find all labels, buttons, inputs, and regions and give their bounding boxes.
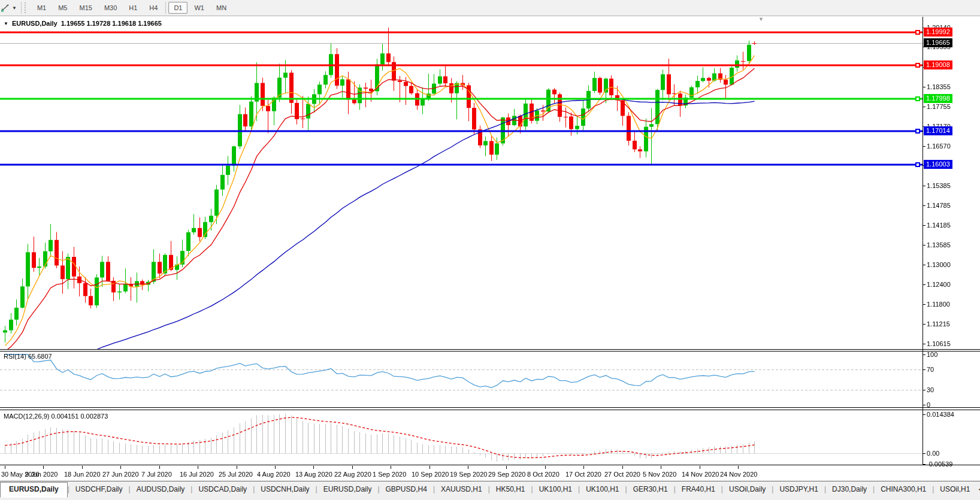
date-tick-label: 1 Sep 2020 bbox=[373, 471, 406, 478]
date-tick-label: 4 Aug 2020 bbox=[257, 471, 291, 478]
price-line-badge: 1.17014 bbox=[924, 126, 952, 135]
price-tick-label: 1.13000 bbox=[927, 261, 951, 268]
toolbar-drag-handle[interactable] bbox=[25, 2, 28, 13]
date-tick-label: 17 Oct 2020 bbox=[565, 471, 601, 478]
timeframe-button-h1[interactable]: H1 bbox=[123, 2, 143, 14]
macd-tick-label: -0.00539 bbox=[927, 460, 952, 468]
rsi-tick-label: 100 bbox=[927, 351, 937, 358]
chart-tab-9[interactable]: UK100,H1 bbox=[533, 483, 578, 496]
chart-shift-marker-icon[interactable]: ▼ bbox=[758, 16, 764, 22]
date-tick-label: 16 Jul 2020 bbox=[180, 471, 214, 478]
chart-canvas[interactable] bbox=[0, 0, 980, 500]
timeframe-button-m1[interactable]: M1 bbox=[32, 2, 52, 14]
dropdown-caret-icon: ▼ bbox=[12, 5, 17, 11]
rsi-tick-label: 30 bbox=[927, 386, 934, 393]
timeframe-button-m15[interactable]: M15 bbox=[74, 2, 97, 14]
price-line-badge: 1.19992 bbox=[924, 28, 952, 37]
date-tick-label: 27 Jun 2020 bbox=[102, 471, 139, 478]
chart-tab-15[interactable]: DJ30,Daily bbox=[826, 483, 873, 496]
date-tick-label: 9 Jun 2020 bbox=[25, 471, 58, 478]
chart-tab-8[interactable]: HK50,H1 bbox=[490, 483, 531, 496]
chart-tab-13[interactable]: USOil,Daily bbox=[723, 483, 772, 496]
date-tick-label: 7 Jul 2020 bbox=[141, 471, 172, 478]
toolbar-separator bbox=[165, 2, 166, 14]
price-tick-label: 1.11800 bbox=[927, 301, 950, 308]
price-tick-label: 1.16570 bbox=[927, 143, 951, 150]
price-tick-label: 1.10615 bbox=[927, 340, 951, 347]
timeframe-button-w1[interactable]: W1 bbox=[189, 2, 210, 14]
line-tool-icon bbox=[1, 3, 10, 13]
timeframe-button-mn[interactable]: MN bbox=[211, 2, 232, 14]
price-line-badge: 1.16003 bbox=[924, 160, 952, 169]
chart-tab-3[interactable]: USDCAD,Daily bbox=[192, 483, 253, 496]
date-tick-label: 19 Sep 2020 bbox=[450, 471, 487, 478]
date-tick-label: 22 Aug 2020 bbox=[334, 471, 371, 478]
price-tick-label: 1.11215 bbox=[927, 320, 950, 328]
timeframe-button-h4[interactable]: H4 bbox=[144, 2, 163, 14]
line-tool-button[interactable]: ▼ bbox=[0, 0, 19, 16]
macd-label: MACD(12,26,9) 0.004151 0.002873 bbox=[4, 413, 108, 420]
price-tick-label: 1.13585 bbox=[927, 241, 951, 249]
toolbar-separator bbox=[21, 2, 22, 14]
chart-tab-6[interactable]: GBPUSD,H4 bbox=[380, 483, 433, 496]
date-tick-label: 14 Nov 2020 bbox=[682, 471, 719, 478]
rsi-tick-label: 70 bbox=[927, 366, 934, 373]
chart-header: ▼ EURUSD,Daily 1.19655 1.19728 1.19618 1… bbox=[4, 20, 162, 27]
date-tick-label: 13 Aug 2020 bbox=[295, 471, 332, 478]
chart-tab-5[interactable]: EURUSD,Daily bbox=[317, 483, 378, 496]
chart-ohlc-values: 1.19655 1.19728 1.19618 1.19665 bbox=[61, 20, 162, 27]
chart-tab-16[interactable]: CHINA300,H1 bbox=[875, 483, 932, 496]
chart-tab-11[interactable]: GER30,H1 bbox=[627, 483, 674, 496]
date-tick-label: 25 Jul 2020 bbox=[219, 471, 253, 478]
collapse-triangle-icon[interactable]: ▼ bbox=[4, 21, 8, 26]
mt4-window: { "window": {"width": 1636, "height": 83… bbox=[0, 0, 980, 500]
date-tick-label: 10 Sep 2020 bbox=[412, 471, 449, 478]
price-line-badge: 1.17998 bbox=[924, 94, 952, 103]
chart-tab-2[interactable]: AUDUSD,Daily bbox=[131, 483, 191, 496]
chart-tab-1[interactable]: USDCHF,Daily bbox=[69, 483, 129, 496]
price-tick-label: 1.17755 bbox=[927, 103, 951, 110]
chart-tab-4[interactable]: USDCNH,Daily bbox=[255, 483, 315, 496]
date-tick-label: 18 Jun 2020 bbox=[64, 471, 101, 478]
chart-tab-10[interactable]: UK100,H1 bbox=[580, 483, 625, 496]
price-tick-label: 1.14185 bbox=[927, 222, 951, 229]
price-tick-label: 1.15385 bbox=[927, 182, 951, 189]
date-tick-label: 27 Oct 2020 bbox=[604, 471, 640, 478]
macd-tick-label: 0.00 bbox=[927, 450, 939, 457]
rsi-tick-label: 0 bbox=[927, 401, 930, 408]
chart-tab-17[interactable]: USOil,H1 bbox=[934, 483, 976, 496]
date-tick-label: 8 Oct 2020 bbox=[527, 471, 559, 478]
price-tick-label: 1.14785 bbox=[927, 202, 951, 209]
macd-tick-label: 0.014384 bbox=[927, 411, 954, 418]
chart-tab-14[interactable]: USDJPY,H1 bbox=[773, 483, 824, 496]
chart-tab-12[interactable]: FRA40,H1 bbox=[676, 483, 721, 496]
timeframe-button-group: M1M5M15M30H1H4D1W1MN bbox=[31, 2, 232, 14]
timeframe-button-m30[interactable]: M30 bbox=[99, 2, 122, 14]
price-line-badge: 1.19008 bbox=[924, 60, 952, 69]
chart-symbol-period: EURUSD,Daily bbox=[12, 20, 58, 27]
chart-tab-bar: EURUSD,Daily|USDCHF,Daily|AUDUSD,Daily|U… bbox=[0, 481, 980, 500]
price-tick-label: 1.12400 bbox=[927, 281, 951, 288]
rsi-label: RSI(14) 65.6807 bbox=[4, 353, 52, 360]
date-tick-label: 24 Nov 2020 bbox=[720, 471, 757, 478]
date-tick-label: 29 Sep 2020 bbox=[488, 471, 525, 478]
chart-tab-7[interactable]: XAUUSD,H1 bbox=[435, 483, 488, 496]
price-tick-label: 1.18355 bbox=[927, 83, 951, 90]
tab-list: EURUSD,Daily|USDCHF,Daily|AUDUSD,Daily|U… bbox=[0, 481, 976, 498]
timeframe-button-m5[interactable]: M5 bbox=[53, 2, 72, 14]
top-toolbar: ▼ M1M5M15M30H1H4D1W1MN bbox=[0, 0, 980, 16]
chart-tab-0[interactable]: EURUSD,Daily bbox=[0, 482, 68, 498]
current-price-badge: 1.19665 bbox=[924, 38, 952, 47]
timeframe-button-d1[interactable]: D1 bbox=[168, 2, 187, 14]
date-tick-label: 5 Nov 2020 bbox=[643, 471, 676, 478]
